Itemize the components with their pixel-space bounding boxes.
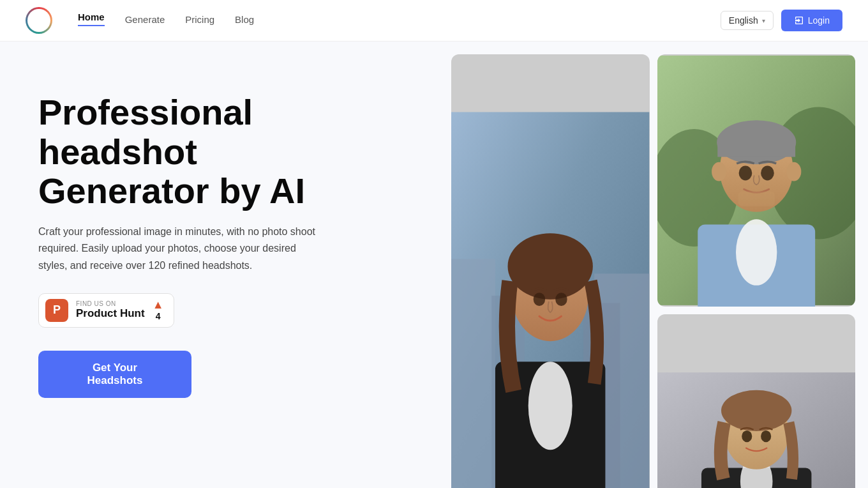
svg-point-15 xyxy=(736,219,777,285)
svg-point-8 xyxy=(508,233,593,299)
nav-generate-link[interactable]: Generate xyxy=(125,14,165,27)
language-label: English xyxy=(729,15,758,26)
svg-point-17 xyxy=(717,120,796,164)
header-left: Home Generate Pricing Blog xyxy=(26,7,254,34)
svg-point-22 xyxy=(761,165,774,180)
site-header: Home Generate Pricing Blog English ▾ Log… xyxy=(0,0,868,42)
hero-title-line2: headshot xyxy=(38,132,197,172)
vote-count: 4 xyxy=(156,311,161,321)
svg-point-10 xyxy=(555,293,567,306)
svg-point-28 xyxy=(721,390,791,431)
product-hunt-icon: P xyxy=(45,299,68,322)
chevron-down-icon: ▾ xyxy=(762,17,765,24)
hero-title-line3: Generator by AI xyxy=(38,171,305,211)
svg-point-9 xyxy=(534,293,545,306)
hero-subtitle: Craft your professional image in minutes… xyxy=(38,224,319,274)
product-hunt-name: Product Hunt xyxy=(76,307,145,320)
svg-point-6 xyxy=(528,362,572,450)
svg-rect-18 xyxy=(717,142,795,157)
nav-pricing-link[interactable]: Pricing xyxy=(185,14,214,27)
left-panel: Professional headshot Generator by AI Cr… xyxy=(0,42,451,488)
main-content: Professional headshot Generator by AI Cr… xyxy=(0,42,868,488)
login-button[interactable]: Login xyxy=(781,10,842,31)
login-label: Login xyxy=(808,15,830,26)
hero-title-line1: Professional xyxy=(38,92,253,132)
logo[interactable] xyxy=(26,7,52,34)
photo-man-1 xyxy=(657,54,855,307)
hero-title: Professional headshot Generator by AI xyxy=(38,93,413,211)
language-selector[interactable]: English ▾ xyxy=(721,11,774,30)
svg-point-19 xyxy=(712,162,726,181)
logo-circle xyxy=(26,7,52,34)
nav-blog-link[interactable]: Blog xyxy=(235,14,254,27)
nav-home-link[interactable]: Home xyxy=(78,11,105,26)
login-icon xyxy=(794,15,804,26)
product-hunt-vote: ▲ 4 xyxy=(153,299,164,321)
svg-point-29 xyxy=(742,431,752,442)
svg-point-20 xyxy=(786,162,801,181)
photo-woman-2 xyxy=(657,314,855,488)
header-right: English ▾ Login xyxy=(721,10,842,31)
upvote-arrow-icon: ▲ xyxy=(153,299,164,310)
svg-point-21 xyxy=(738,165,752,180)
main-nav: Home Generate Pricing Blog xyxy=(78,11,254,29)
product-hunt-text: FIND US ON Product Hunt xyxy=(76,300,145,320)
svg-rect-23 xyxy=(738,192,774,206)
product-hunt-badge[interactable]: P FIND US ON Product Hunt ▲ 4 xyxy=(38,293,174,328)
svg-rect-1 xyxy=(451,259,495,488)
svg-point-30 xyxy=(761,431,771,442)
product-hunt-find-label: FIND US ON xyxy=(76,300,145,307)
nav-home[interactable]: Home xyxy=(78,11,105,29)
photo-woman-1 xyxy=(451,54,649,488)
cta-button[interactable]: Get Your Headshots xyxy=(38,351,191,398)
right-panel xyxy=(451,42,868,488)
